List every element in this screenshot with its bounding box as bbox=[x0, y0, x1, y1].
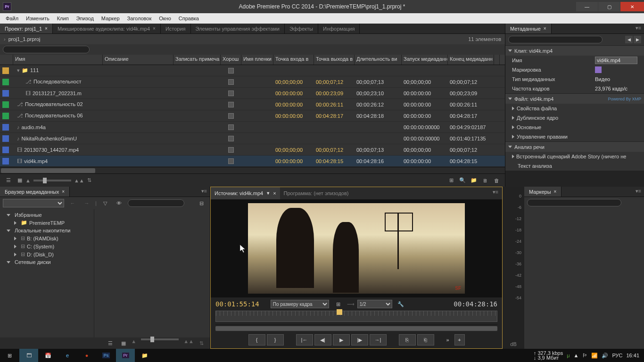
label-swatch[interactable] bbox=[595, 66, 602, 73]
project-row[interactable]: ▾📁111 bbox=[0, 65, 505, 76]
filter-dropdown[interactable] bbox=[3, 199, 64, 207]
tray-clock[interactable]: 16:41 bbox=[626, 353, 639, 358]
menu-файл[interactable]: Файл bbox=[2, 15, 22, 22]
thumb-view-button[interactable]: ▦ bbox=[119, 338, 128, 348]
project-hscroll[interactable] bbox=[0, 167, 505, 173]
taskbar-app-2[interactable]: 📅 bbox=[39, 349, 58, 362]
project-row[interactable]: 🎞20131217_202231.m00:00:00:0000:00:23;09… bbox=[0, 88, 505, 99]
list-view-button[interactable]: ☰ bbox=[4, 176, 13, 185]
browser-thumb-slider[interactable] bbox=[141, 338, 179, 340]
tree-group[interactable]: Избранные bbox=[0, 211, 94, 219]
forward-button[interactable]: → bbox=[82, 198, 91, 208]
menu-клип[interactable]: Клип bbox=[53, 15, 73, 22]
tree-group[interactable]: Сетевые диски bbox=[0, 258, 94, 266]
column-header[interactable] bbox=[0, 55, 13, 65]
overwrite-button[interactable]: ⎗ bbox=[417, 334, 434, 346]
tray-network-icon[interactable]: 📶 bbox=[591, 353, 598, 359]
mark-in-button[interactable]: { bbox=[248, 334, 265, 346]
tray-flag-icon[interactable]: 🏳 bbox=[582, 353, 587, 358]
tray-icon[interactable]: μ bbox=[567, 353, 570, 358]
trash-button[interactable]: 🗑 bbox=[492, 176, 501, 185]
project-row[interactable]: 🎞20130730_144207.mp400;00;00;0000;00;07;… bbox=[0, 144, 505, 156]
play-button[interactable]: ▶ bbox=[333, 334, 350, 346]
taskbar-app-4[interactable]: ● bbox=[77, 349, 96, 362]
tab-markers[interactable]: Маркеры× bbox=[524, 187, 561, 197]
project-row[interactable]: ⎇Последовательност00;00;00;0000;00;07;12… bbox=[0, 76, 505, 88]
eye-icon[interactable]: 👁 bbox=[115, 198, 124, 208]
tab-media-browser[interactable]: Браузер медиаданных× bbox=[0, 187, 70, 197]
menu-маркер[interactable]: Маркер bbox=[98, 15, 124, 22]
tab-эффекты[interactable]: Эффекты bbox=[285, 24, 318, 33]
tab-source[interactable]: Источник: vid4k.mp4 ▼ × bbox=[211, 187, 280, 199]
file-section-header[interactable]: Файл: vid4k.mp4 Powered By XMP bbox=[505, 93, 644, 104]
insert-button[interactable]: ⎘ bbox=[399, 334, 416, 346]
project-row[interactable]: ♪audio.m4a00:00:00:0000000:04:29:02187 bbox=[0, 122, 505, 133]
tab-элементы-управления-эффектами[interactable]: Элементы управления эффектами bbox=[191, 24, 285, 33]
tree-item[interactable]: ⊟ D: (Disk_D) bbox=[0, 250, 94, 258]
expand-button[interactable]: » bbox=[443, 334, 453, 346]
project-row[interactable]: ⎇Последовательность 0600:00:00:0000:04:2… bbox=[0, 110, 505, 122]
menu-справка[interactable]: Справка bbox=[175, 15, 203, 22]
markers-search-input[interactable] bbox=[527, 199, 621, 206]
maximize-button[interactable]: ▢ bbox=[598, 2, 620, 11]
menu-эпизод[interactable]: Эпизод bbox=[73, 15, 98, 22]
panel-menu-icon[interactable]: ▾≡ bbox=[198, 187, 210, 197]
column-header[interactable] bbox=[494, 55, 500, 65]
good-checkbox[interactable] bbox=[228, 102, 234, 107]
metadata-section[interactable]: Дублинское ядро bbox=[505, 113, 644, 123]
tab-история[interactable]: История bbox=[161, 24, 191, 33]
find-button[interactable]: 🔍 bbox=[458, 176, 467, 185]
taskbar-pr[interactable]: Pr bbox=[116, 349, 135, 362]
icon-view-button[interactable]: ▦ bbox=[15, 176, 25, 185]
column-header[interactable]: Запуск медиаданн bbox=[402, 55, 448, 65]
panel-menu-icon[interactable]: ▾≡ bbox=[633, 24, 644, 33]
automate-button[interactable]: ⊞ bbox=[446, 176, 456, 185]
panel-menu-icon[interactable]: ▾≡ bbox=[633, 187, 644, 197]
start-button[interactable]: ⊞ bbox=[0, 349, 19, 362]
tab-проект[interactable]: Проект: proj1_1× bbox=[0, 24, 53, 33]
taskbar-ie[interactable]: e bbox=[58, 349, 77, 362]
good-checkbox[interactable] bbox=[228, 136, 234, 141]
good-checkbox[interactable] bbox=[228, 68, 234, 74]
name-input[interactable] bbox=[595, 57, 637, 64]
list-view-button[interactable]: ☰ bbox=[106, 338, 115, 348]
minimize-button[interactable]: — bbox=[576, 2, 598, 11]
good-checkbox[interactable] bbox=[228, 113, 234, 119]
browser-search-input[interactable] bbox=[128, 199, 184, 207]
column-header[interactable]: Имя bbox=[13, 55, 103, 65]
menu-заголовок[interactable]: Заголовок bbox=[124, 15, 156, 22]
metadata-search-input[interactable] bbox=[508, 36, 603, 43]
taskbar-explorer[interactable]: 📁 bbox=[135, 349, 154, 362]
settings-icon[interactable]: ⊞ bbox=[334, 299, 343, 309]
story-row[interactable]: Встроенный сценарий Adobe Story (ничего … bbox=[505, 152, 644, 161]
go-to-in-button[interactable]: |← bbox=[296, 334, 313, 346]
tray-lang[interactable]: РУС bbox=[612, 353, 622, 358]
go-to-out-button[interactable]: →| bbox=[370, 334, 387, 346]
panel-menu-icon[interactable]: ▾≡ bbox=[489, 187, 502, 199]
tree-group[interactable]: Локальные накопители bbox=[0, 227, 94, 234]
metadata-section[interactable]: Свойства файла bbox=[505, 104, 644, 113]
step-forward-button[interactable]: |▶ bbox=[351, 334, 368, 346]
project-row[interactable]: 🎞vid4k.mp400:00:00:0000:04:28:1500:04:28… bbox=[0, 156, 505, 167]
source-timeline[interactable] bbox=[211, 311, 502, 325]
tab-metadata[interactable]: Метаданные× bbox=[505, 24, 552, 33]
add-button[interactable]: + bbox=[454, 334, 465, 346]
menu-изменить[interactable]: Изменить bbox=[22, 15, 53, 22]
prev-button[interactable]: ◀ bbox=[625, 36, 633, 43]
filter-icon[interactable]: ▽ bbox=[100, 198, 110, 208]
tray-icon[interactable]: ▲ bbox=[574, 353, 579, 358]
good-checkbox[interactable] bbox=[228, 79, 234, 85]
metadata-section[interactable]: Управление правами bbox=[505, 132, 644, 141]
column-header[interactable]: Точка входа в bbox=[273, 55, 314, 65]
clip-section-header[interactable]: Клип: vid4k.mp4 bbox=[505, 45, 644, 56]
tab-program[interactable]: Программа: (нет эпизодов) bbox=[280, 187, 353, 199]
column-header[interactable]: Имя пленки bbox=[241, 55, 273, 65]
good-checkbox[interactable] bbox=[228, 147, 234, 153]
good-checkbox[interactable] bbox=[228, 158, 234, 164]
project-row[interactable]: ⎇Последовательность 0200:00:00:0000:00:2… bbox=[0, 99, 505, 110]
source-video-display[interactable]: SF bbox=[211, 199, 502, 297]
taskbar-ps[interactable]: Ps bbox=[97, 349, 116, 362]
zoom-dropdown[interactable]: По размеру кадра bbox=[271, 300, 329, 308]
resolution-dropdown[interactable]: 1/2 bbox=[357, 300, 392, 308]
tray-volume-icon[interactable]: 🔊 bbox=[602, 353, 608, 359]
